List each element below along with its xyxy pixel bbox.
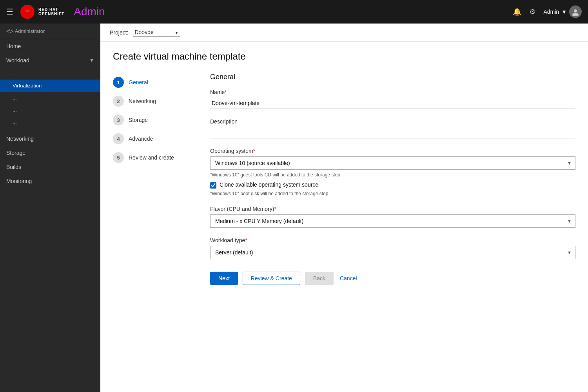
wizard-form: General Name* Description <box>210 73 575 285</box>
os-select[interactable]: Windows 10 (source available) Red Hat En… <box>210 156 575 170</box>
name-group: Name* <box>210 89 575 109</box>
sidebar-divider <box>0 130 100 130</box>
step-3-num: 3 <box>113 114 124 125</box>
sidebar-sub-item-2[interactable]: ... <box>0 92 100 104</box>
name-input[interactable] <box>210 98 575 109</box>
sidebar-item-networking[interactable]: Networking <box>0 132 100 146</box>
workload-group: Workload type* Desktop Server (default) … <box>210 237 575 259</box>
button-bar: Next Review & Create Back Cancel <box>210 272 575 285</box>
notification-icon[interactable]: 🔔 <box>513 7 521 16</box>
os-select-wrap: Windows 10 (source available) Red Hat En… <box>210 156 575 170</box>
wizard-step-3[interactable]: 3 Storage <box>113 111 191 129</box>
cancel-button[interactable]: Cancel <box>338 272 359 285</box>
svg-point-2 <box>574 9 577 13</box>
step-3-label: Storage <box>129 117 148 123</box>
project-label: Project: <box>110 29 128 36</box>
sidebar: <\> Administrator Home Workload ▼ ... Vi… <box>0 24 100 392</box>
clone-group: Clone available operating system source <box>210 181 575 189</box>
os-group: Operating system* Windows 10 (source ava… <box>210 148 575 196</box>
clone-checkbox[interactable] <box>210 182 216 189</box>
sidebar-sub-item-4[interactable]: ... <box>0 116 100 128</box>
step-5-label: Review and create <box>129 154 174 161</box>
topbar-actions: 🔔 ⚙ Admin ▼ <box>513 5 582 18</box>
settings-icon[interactable]: ⚙ <box>529 7 535 16</box>
logo: RED HAT OPENSHIFT <box>20 4 64 20</box>
clone-hint: "Windows 10" boot disk will be added to … <box>210 191 575 196</box>
sidebar-item-workload[interactable]: Workload ▼ <box>0 53 100 67</box>
admin-label: <\> Administrator <box>0 24 100 39</box>
flavor-label: Flavor (CPU and Memory)* <box>210 206 575 212</box>
svg-point-3 <box>572 13 579 16</box>
wizard-steps: 1 General 2 Networking 3 Storage 4 Advan… <box>113 73 191 167</box>
user-label: Admin <box>543 9 559 15</box>
workload-select[interactable]: Desktop Server (default) High Performanc… <box>210 246 575 259</box>
os-hint: "Windows 10" guest tools CD will be adde… <box>210 172 575 178</box>
flavor-group: Flavor (CPU and Memory)* Tiny Small Medi… <box>210 206 575 228</box>
sidebar-item-storage[interactable]: Storage <box>0 146 100 160</box>
os-label: Operating system* <box>210 148 575 154</box>
form-section-title: General <box>210 73 575 81</box>
step-5-num: 5 <box>113 152 124 163</box>
name-label: Name* <box>210 89 575 95</box>
sidebar-item-monitoring[interactable]: Monitoring <box>0 174 100 188</box>
review-create-button[interactable]: Review & Create <box>243 272 300 285</box>
workload-chevron-icon: ▼ <box>89 58 94 63</box>
sidebar-sub-item-1[interactable]: ... <box>0 67 100 80</box>
description-group: Description <box>210 118 575 138</box>
project-select-wrap: Doovde <box>133 28 180 36</box>
avatar <box>569 5 582 18</box>
flavor-select-wrap: Tiny Small Medium - x CPU Y Memory (defa… <box>210 214 575 228</box>
user-chevron-icon: ▼ <box>561 9 567 15</box>
step-4-num: 4 <box>113 133 124 144</box>
description-label: Description <box>210 118 575 125</box>
step-1-num: 1 <box>113 77 124 88</box>
topbar: ☰ RED HAT OPENSHIFT Admin 🔔 ⚙ Admin ▼ <box>0 0 588 24</box>
content-area: Create virtual machine template 1 Genera… <box>100 42 588 392</box>
step-2-num: 2 <box>113 96 124 107</box>
page-title: Create virtual machine template <box>113 51 575 62</box>
hamburger-icon[interactable]: ☰ <box>6 7 13 16</box>
workload-select-wrap: Desktop Server (default) High Performanc… <box>210 246 575 259</box>
user-menu[interactable]: Admin ▼ <box>543 5 582 18</box>
wizard: 1 General 2 Networking 3 Storage 4 Advan… <box>113 73 575 285</box>
next-button[interactable]: Next <box>210 272 238 285</box>
wizard-step-4[interactable]: 4 Advancde <box>113 129 191 148</box>
sidebar-item-builds[interactable]: Builds <box>0 160 100 174</box>
main-content: Project: Doovde Create virtual machine t… <box>100 24 588 392</box>
clone-label: Clone available operating system source <box>220 181 318 188</box>
app-title: Admin <box>74 5 513 18</box>
step-2-label: Networking <box>129 98 156 104</box>
wizard-step-2[interactable]: 2 Networking <box>113 92 191 111</box>
redhat-logo-icon <box>20 4 35 20</box>
sidebar-item-virtualization[interactable]: Virtualization <box>0 80 100 92</box>
description-input[interactable] <box>210 127 575 138</box>
step-4-label: Advancde <box>129 136 153 142</box>
project-bar: Project: Doovde <box>100 24 588 42</box>
wizard-step-5[interactable]: 5 Review and create <box>113 148 191 167</box>
sidebar-item-home[interactable]: Home <box>0 39 100 53</box>
workload-label: Workload type* <box>210 237 575 243</box>
sidebar-sub-item-3[interactable]: ... <box>0 104 100 116</box>
step-1-label: General <box>129 79 148 85</box>
main-layout: <\> Administrator Home Workload ▼ ... Vi… <box>0 24 588 392</box>
wizard-step-1[interactable]: 1 General <box>113 73 191 92</box>
back-button[interactable]: Back <box>305 272 334 285</box>
flavor-select[interactable]: Tiny Small Medium - x CPU Y Memory (defa… <box>210 214 575 228</box>
project-select[interactable]: Doovde <box>133 28 180 36</box>
brand-text: RED HAT OPENSHIFT <box>38 7 64 16</box>
